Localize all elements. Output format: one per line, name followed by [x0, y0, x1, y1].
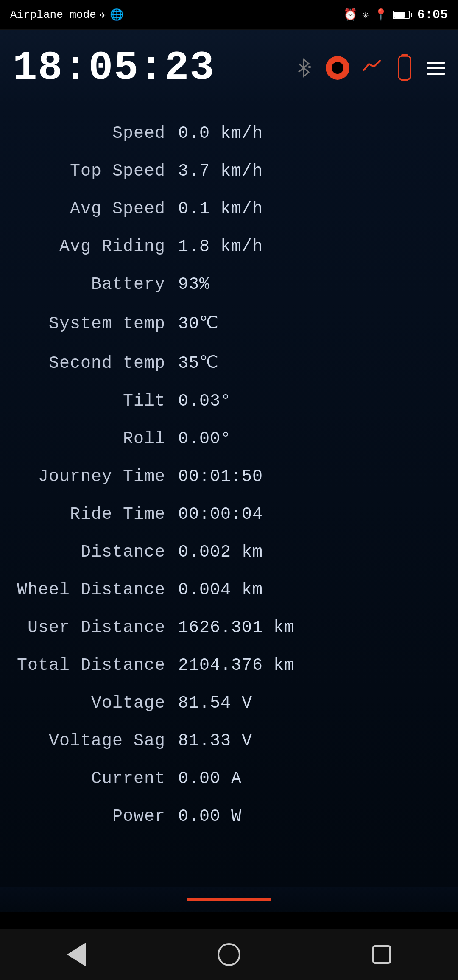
table-row: Ride Time00:00:04 [0, 496, 458, 533]
app-header: 18:05:23 [0, 30, 458, 106]
stat-label: Wheel Distance [0, 580, 178, 599]
stat-label: Distance [0, 543, 178, 562]
stat-label: Current [0, 769, 178, 788]
status-right: ⏰ ✳ 📍 6:05 [344, 8, 448, 22]
menu-button[interactable] [427, 62, 445, 75]
table-row: System temp30℃ [0, 303, 458, 343]
header-icons [294, 54, 445, 81]
bluetooth-icon[interactable] [294, 58, 313, 78]
stat-value: 0.03° [178, 392, 231, 411]
watch-icon[interactable] [395, 54, 414, 81]
stat-label: Tilt [0, 392, 178, 411]
stat-value: 30℃ [178, 313, 219, 333]
table-row: Speed0.0 km/h [0, 115, 458, 152]
globe-icon: 🌐 [110, 8, 123, 22]
airplane-icon: ✈ [100, 8, 106, 22]
stat-value: 0.0 km/h [178, 124, 263, 143]
svg-point-0 [308, 66, 311, 68]
stat-value: 1.8 km/h [178, 237, 263, 256]
stat-label: Power [0, 807, 178, 826]
stat-value: 1626.301 km [178, 618, 295, 637]
stat-label: Avg Riding [0, 237, 178, 256]
scroll-indicator [0, 887, 458, 912]
stat-value: 2104.376 km [178, 656, 295, 675]
stat-label: System temp [0, 314, 178, 333]
stat-label: Battery [0, 275, 178, 294]
status-left: Airplane mode ✈ 🌐 [10, 8, 123, 22]
stat-label: Second temp [0, 354, 178, 373]
table-row: Top Speed3.7 km/h [0, 152, 458, 190]
home-button[interactable] [212, 938, 246, 972]
stat-value: 93% [178, 275, 210, 294]
status-bar: Airplane mode ✈ 🌐 ⏰ ✳ 📍 6:05 [0, 0, 458, 30]
location-icon: 📍 [374, 8, 388, 22]
stat-label: User Distance [0, 618, 178, 637]
stat-value: 81.33 V [178, 731, 252, 750]
table-row: Power0.00 W [0, 798, 458, 835]
stat-value: 0.00° [178, 429, 231, 448]
chart-icon[interactable] [362, 56, 383, 79]
table-row: Wheel Distance0.004 km [0, 571, 458, 609]
svg-rect-5 [401, 80, 408, 81]
stat-label: Ride Time [0, 505, 178, 524]
table-row: Voltage Sag81.33 V [0, 722, 458, 760]
stat-value: 0.1 km/h [178, 199, 263, 218]
stat-label: Roll [0, 429, 178, 448]
table-row: Avg Speed0.1 km/h [0, 190, 458, 228]
status-time: 6:05 [417, 8, 448, 22]
recent-button[interactable] [365, 938, 399, 972]
stat-label: Top Speed [0, 162, 178, 181]
svg-rect-1 [399, 56, 411, 80]
alarm-icon: ⏰ [344, 8, 357, 22]
svg-rect-4 [401, 54, 408, 56]
stat-label: Voltage Sag [0, 731, 178, 750]
stat-label: Avg Speed [0, 199, 178, 218]
table-row: Tilt0.03° [0, 382, 458, 420]
scroll-bar [187, 898, 271, 901]
stat-value: 0.00 A [178, 769, 242, 788]
stats-container: Speed0.0 km/hTop Speed3.7 km/hAvg Speed0… [0, 115, 458, 835]
table-row: Roll0.00° [0, 420, 458, 458]
nav-bar [0, 929, 458, 980]
back-button[interactable] [59, 938, 93, 972]
stat-label: Speed [0, 124, 178, 143]
stat-label: Voltage [0, 694, 178, 713]
battery-indicator [393, 11, 412, 19]
stat-value: 00:00:04 [178, 505, 263, 524]
table-row: Battery93% [0, 266, 458, 303]
stat-value: 00:01:50 [178, 467, 263, 486]
airplane-label: Airplane mode [10, 8, 96, 21]
stat-value: 81.54 V [178, 694, 252, 713]
stat-value: 3.7 km/h [178, 162, 263, 181]
table-row: Journey Time00:01:50 [0, 458, 458, 496]
table-row: Total Distance2104.376 km [0, 647, 458, 684]
stat-value: 35℃ [178, 352, 219, 373]
stat-value: 0.00 W [178, 807, 242, 826]
bluetooth-status-icon: ✳ [362, 8, 369, 22]
table-row: User Distance1626.301 km [0, 609, 458, 647]
main-content: Speed0.0 km/hTop Speed3.7 km/hAvg Speed0… [0, 106, 458, 887]
stat-label: Total Distance [0, 656, 178, 675]
table-row: Second temp35℃ [0, 343, 458, 382]
table-row: Distance0.002 km [0, 533, 458, 571]
stat-value: 0.002 km [178, 543, 263, 562]
table-row: Voltage81.54 V [0, 684, 458, 722]
record-icon[interactable] [326, 56, 349, 80]
table-row: Avg Riding1.8 km/h [0, 228, 458, 266]
clock-display: 18:05:23 [13, 45, 215, 91]
stat-value: 0.004 km [178, 580, 263, 599]
stat-label: Journey Time [0, 467, 178, 486]
table-row: Current0.00 A [0, 760, 458, 798]
